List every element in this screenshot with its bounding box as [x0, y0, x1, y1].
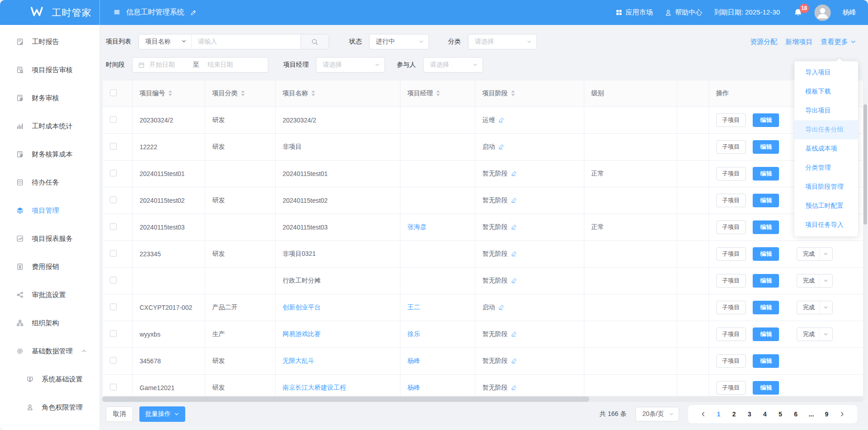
sidebar-item[interactable]: 工时报告	[0, 28, 99, 56]
menu-collapse-icon[interactable]	[113, 9, 120, 16]
done-split-button[interactable]: 完成	[797, 247, 833, 261]
edit-stage-icon[interactable]	[511, 278, 517, 283]
page-number[interactable]: 6	[790, 408, 802, 420]
column-header[interactable]: 项目名称	[275, 80, 400, 107]
page-number[interactable]: 5	[774, 408, 786, 420]
project-manager-cell[interactable]: 张海彦	[400, 214, 475, 240]
notification-bell[interactable]: 18	[794, 8, 803, 17]
sub-project-button[interactable]: 子项目	[716, 167, 746, 181]
sub-project-button[interactable]: 子项目	[716, 194, 746, 207]
dropdown-menu-item[interactable]: 模板下载	[794, 82, 858, 101]
sub-project-button[interactable]: 子项目	[716, 220, 746, 234]
sub-project-button[interactable]: 子项目	[716, 354, 746, 368]
sub-project-button[interactable]: 子项目	[716, 301, 746, 314]
edit-button[interactable]: 编辑	[753, 167, 779, 181]
edit-button[interactable]: 编辑	[753, 220, 779, 234]
project-name-cell[interactable]: 网易游戏比赛	[275, 321, 400, 347]
row-checkbox[interactable]	[110, 143, 117, 150]
sidebar-item[interactable]: 待办任务	[0, 168, 99, 196]
next-page-button[interactable]	[836, 411, 848, 417]
sidebar-item[interactable]: 财务审核	[0, 84, 99, 112]
project-name-cell[interactable]: 南京长江大桥建设工程	[275, 374, 400, 396]
page-number[interactable]: 9	[821, 408, 833, 420]
sidebar-item[interactable]: 工时成本统计	[0, 112, 99, 140]
sidebar-item[interactable]: 审批流设置	[0, 281, 99, 309]
row-checkbox[interactable]	[110, 303, 117, 310]
sidebar-item[interactable]: 系统基础设置	[0, 365, 99, 393]
chevron-down-icon[interactable]	[819, 328, 832, 341]
edit-title-icon[interactable]	[190, 10, 197, 16]
project-name-cell[interactable]: 无限大乱斗	[275, 347, 400, 374]
horizontal-scrollbar[interactable]	[102, 396, 863, 402]
chevron-down-icon[interactable]	[819, 301, 832, 314]
sidebar-item[interactable]: 组织架构	[0, 309, 99, 337]
select-all-checkbox[interactable]	[110, 89, 117, 96]
prev-page-button[interactable]	[697, 411, 709, 417]
dropdown-menu-item[interactable]: 导出任务分组	[794, 120, 858, 139]
keyword-input[interactable]: 请输入	[192, 34, 301, 49]
page-number[interactable]: 3	[744, 408, 755, 420]
row-checkbox[interactable]	[110, 196, 117, 203]
column-header[interactable]: 项目分类	[205, 80, 275, 107]
project-manager-cell[interactable]: 王二	[400, 294, 475, 321]
edit-stage-icon[interactable]	[511, 171, 517, 176]
sub-project-button[interactable]: 子项目	[716, 381, 746, 395]
row-checkbox[interactable]	[110, 116, 117, 123]
sub-project-button[interactable]: 子项目	[716, 327, 746, 341]
column-header[interactable]: 项目编号	[132, 80, 205, 107]
manager-select[interactable]: 请选择	[316, 57, 385, 73]
edit-button[interactable]: 编辑	[753, 113, 779, 127]
edit-button[interactable]: 编辑	[753, 247, 779, 261]
sidebar-item[interactable]: 项目报表服务	[0, 225, 99, 253]
project-name-cell[interactable]: 创新创业平台	[275, 294, 400, 321]
project-manager-cell[interactable]: 徐乐	[400, 321, 475, 347]
edit-stage-icon[interactable]	[511, 224, 517, 230]
dropdown-menu-item[interactable]: 预估工时配置	[794, 196, 858, 215]
row-checkbox[interactable]	[110, 357, 117, 364]
dropdown-menu-item[interactable]: 导入项目	[794, 63, 858, 82]
project-manager-cell[interactable]: 杨峰	[400, 374, 475, 396]
sidebar-item[interactable]: 财务核算成本	[0, 140, 99, 168]
sub-project-button[interactable]: 子项目	[716, 113, 746, 127]
v-scroll-thumb[interactable]	[863, 104, 867, 225]
category-select[interactable]: 请选择	[468, 34, 537, 49]
edit-stage-icon[interactable]	[498, 304, 504, 310]
sidebar-item[interactable]: 项目管理	[0, 196, 99, 225]
edit-stage-icon[interactable]	[511, 197, 517, 203]
dropdown-menu-item[interactable]: 分类管理	[794, 158, 858, 177]
edit-button[interactable]: 编辑	[753, 354, 779, 368]
sidebar-item[interactable]: 基础数据管理	[0, 337, 99, 365]
done-split-button[interactable]: 完成	[797, 301, 833, 314]
sort-icon[interactable]	[511, 90, 515, 96]
row-checkbox[interactable]	[110, 384, 117, 391]
edit-button[interactable]: 编辑	[753, 301, 779, 314]
sort-icon[interactable]	[168, 90, 172, 96]
dropdown-menu-item[interactable]: 项目阶段管理	[794, 177, 858, 196]
column-header[interactable]: 项目阶段	[475, 80, 584, 107]
search-field-select[interactable]: 项目名称	[139, 34, 192, 49]
sub-project-button[interactable]: 子项目	[716, 140, 746, 154]
chevron-down-icon[interactable]	[819, 248, 832, 260]
edit-stage-icon[interactable]	[511, 251, 517, 257]
sort-icon[interactable]	[436, 90, 440, 96]
row-checkbox[interactable]	[110, 170, 117, 176]
edit-button[interactable]: 编辑	[753, 140, 779, 154]
chevron-down-icon[interactable]	[819, 274, 832, 287]
edit-button[interactable]: 编辑	[753, 274, 779, 288]
date-range-picker[interactable]: 开始日期 至 结束日期	[132, 57, 268, 73]
sidebar-item[interactable]: 项目报告审核	[0, 56, 99, 84]
done-split-button[interactable]: 完成	[797, 274, 833, 288]
dropdown-menu-item[interactable]: 基线成本项	[794, 139, 858, 158]
edit-button[interactable]: 编辑	[753, 327, 779, 341]
row-checkbox[interactable]	[110, 250, 117, 257]
project-manager-cell[interactable]: 杨峰	[400, 347, 475, 374]
new-project-link[interactable]: 新增项目	[785, 38, 813, 46]
help-center-link[interactable]: 帮助中心	[665, 8, 702, 17]
avatar[interactable]	[814, 5, 831, 21]
edit-stage-icon[interactable]	[498, 144, 504, 150]
edit-stage-icon[interactable]	[498, 117, 504, 123]
row-checkbox[interactable]	[110, 223, 117, 230]
page-number[interactable]: 2	[728, 408, 740, 420]
row-checkbox[interactable]	[110, 277, 117, 283]
search-button[interactable]	[301, 34, 329, 49]
